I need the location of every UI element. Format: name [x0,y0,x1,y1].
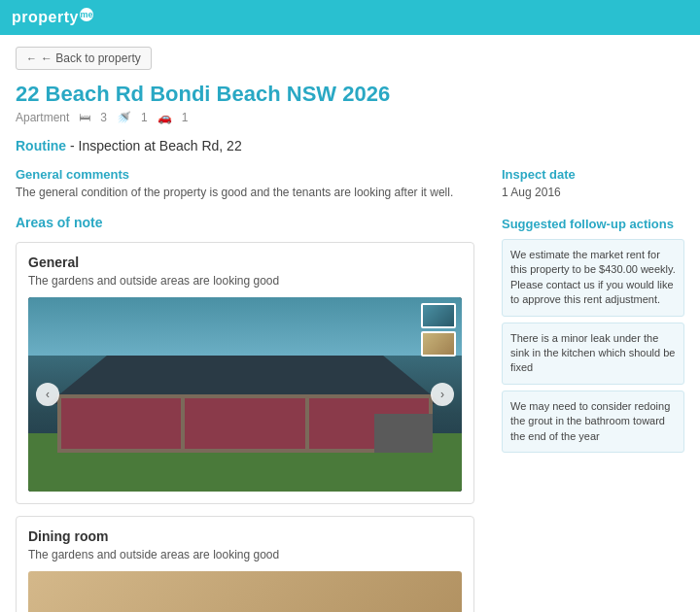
chevron-right-icon: › [440,388,444,401]
house-panel [185,398,304,449]
area-card-general-title: General [28,255,462,270]
area-card-general-desc: The gardens and outside areas are lookin… [28,274,462,288]
cars-count: 1 [182,111,189,124]
thumb-image-1 [423,305,454,326]
chevron-left-icon: ‹ [46,388,50,401]
logo-me: me [80,8,93,21]
left-column: General comments The general condition o… [16,167,490,612]
followup-heading: Suggested follow-up actions [502,217,684,231]
two-column-layout: General comments The general condition o… [16,167,684,612]
property-title: 22 Beach Rd Bondi Beach NSW 2026 [16,82,684,107]
baths-count: 1 [141,111,148,124]
right-column: Inspect date 1 Aug 2016 Suggested follow… [490,167,684,612]
baths-icon: 🚿 [117,111,131,124]
back-arrow-icon: ← [26,52,37,64]
thumbnail-strip [421,303,456,357]
header: propertyme [0,0,700,35]
thumbnail-2[interactable] [421,331,456,357]
house-panel [61,398,181,449]
property-type: Apartment [16,111,69,124]
logo: propertyme [12,8,93,26]
property-meta: Apartment 🛏 3 🚿 1 🚗 1 [16,111,684,124]
inspection-title: Routine - Inspection at Beach Rd, 22 [16,138,684,153]
logo-text: property [12,10,79,26]
areas-of-note-heading: Areas of note [16,215,474,230]
main-content: ← ← Back to property 22 Beach Rd Bondi B… [0,35,700,612]
house-garage [374,414,433,453]
area-card-dining-desc: The gardens and outside areas are lookin… [28,548,462,561]
dining-room-image [28,571,462,612]
general-comments-heading: General comments [16,167,474,182]
area-card-dining-room: Dining room The gardens and outside area… [16,516,474,612]
back-to-property-button[interactable]: ← ← Back to property [16,47,152,70]
followup-item-1: There is a minor leak under the sink in … [502,323,684,385]
thumbnail-1[interactable] [421,303,456,328]
followup-item-0: We estimate the market rent for this pro… [502,239,684,317]
image-gallery: ‹ › [28,297,462,492]
gallery-prev-button[interactable]: ‹ [36,383,59,406]
area-card-general: General The gardens and outside areas ar… [16,242,474,504]
inspection-type: Routine [16,138,66,153]
back-button-label: ← Back to property [41,51,141,65]
inspection-description: - Inspection at Beach Rd, 22 [70,138,242,153]
beds-icon: 🛏 [79,111,90,124]
general-comments-text: The general condition of the property is… [16,186,474,199]
area-card-dining-title: Dining room [28,528,462,544]
cars-icon: 🚗 [158,111,172,124]
gallery-next-button[interactable]: › [431,383,454,406]
thumb-image-2 [423,333,454,355]
inspect-date-value: 1 Aug 2016 [502,186,684,199]
inspect-date-label: Inspect date [502,167,684,182]
beds-count: 3 [100,111,107,124]
followup-item-2: We may need to consider redoing the grou… [502,391,684,453]
main-property-image [28,297,462,492]
